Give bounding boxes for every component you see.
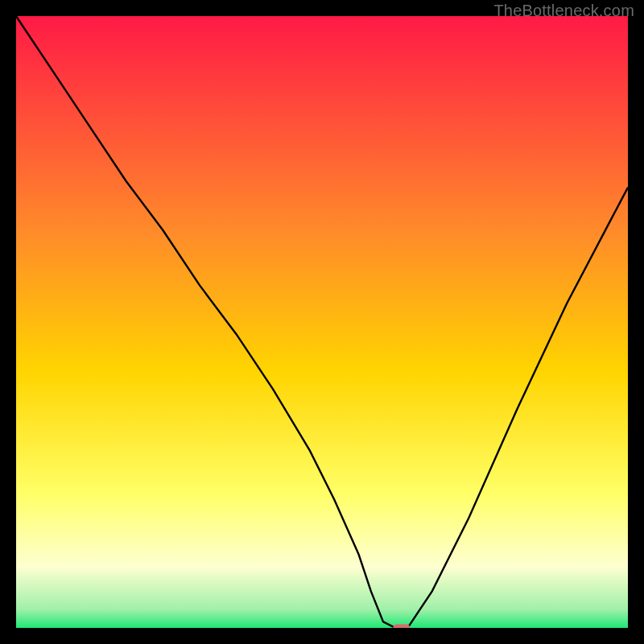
bottleneck-chart [16, 16, 628, 628]
optimal-marker [393, 624, 410, 628]
plot-area [16, 16, 628, 628]
chart-frame: TheBottleneck.com [0, 0, 644, 644]
gradient-background [16, 16, 628, 628]
